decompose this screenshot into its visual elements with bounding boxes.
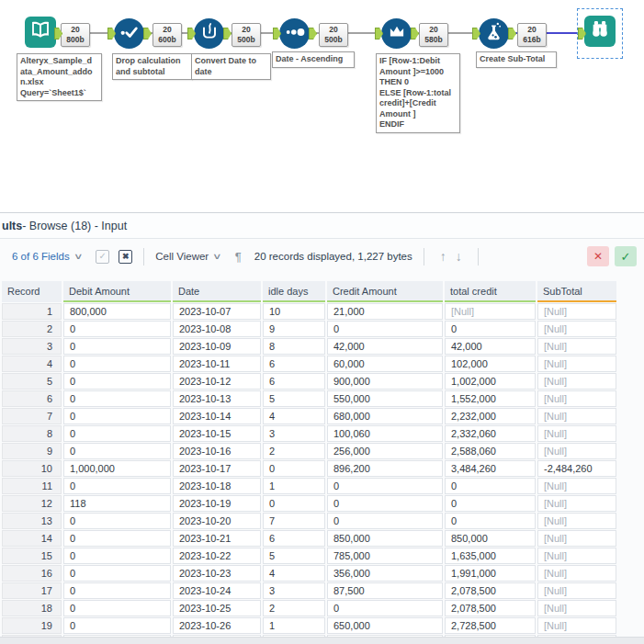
data-cell[interactable]: 2,728,500 [445, 617, 536, 634]
data-cell[interactable]: [Null] [537, 478, 616, 494]
record-number-cell[interactable]: 14 [2, 530, 62, 547]
data-cell[interactable]: 0 [63, 548, 171, 564]
data-cell[interactable]: 0 [63, 443, 171, 459]
data-cell[interactable]: 2023-10-16 [173, 443, 261, 459]
data-cell[interactable]: [Null] [537, 338, 616, 355]
output-anchor[interactable] [143, 28, 152, 40]
data-cell[interactable]: 2,232,000 [445, 408, 536, 424]
data-cell[interactable]: [Null] [537, 548, 616, 564]
column-header[interactable]: total credit [445, 281, 536, 302]
cell-viewer-dropdown[interactable]: Cell Viewer ∨ [155, 251, 220, 262]
record-number-cell[interactable]: 15 [2, 548, 62, 564]
data-cell[interactable]: 2023-10-24 [173, 582, 261, 599]
tool-select[interactable] [114, 18, 144, 49]
data-cell[interactable]: 0 [445, 495, 536, 512]
tool-annotation-label[interactable]: Create Sub-Total [476, 51, 557, 68]
record-number-cell[interactable]: 18 [2, 600, 62, 616]
data-cell[interactable]: 3 [263, 425, 325, 442]
record-number-cell[interactable]: 17 [2, 582, 62, 599]
tool-formula[interactable] [479, 18, 509, 49]
data-cell[interactable]: 2023-10-21 [173, 530, 261, 547]
data-cell[interactable]: 2023-10-09 [173, 338, 261, 355]
data-cell[interactable]: 2 [263, 600, 325, 616]
apply-button[interactable]: ✓ [615, 246, 637, 266]
data-cell[interactable]: 2 [263, 443, 325, 459]
data-cell[interactable]: [Null] [537, 600, 616, 616]
data-cell[interactable]: 2023-10-13 [173, 390, 261, 407]
record-count-annotation[interactable]: 20 500b [319, 23, 348, 47]
data-cell[interactable]: 850,000 [327, 530, 443, 547]
data-cell[interactable]: 2,078,500 [445, 582, 536, 599]
output-anchor[interactable] [309, 28, 317, 40]
tool-annotation-label[interactable]: Drop calculation and subtotal [112, 53, 192, 80]
data-cell[interactable]: 0 [327, 321, 443, 337]
data-cell[interactable]: 2,588,060 [445, 443, 536, 459]
data-cell[interactable]: [Null] [537, 617, 616, 634]
data-cell[interactable]: 8 [263, 338, 325, 355]
tool-input-data[interactable] [25, 17, 56, 48]
tool-multi-row-formula[interactable] [381, 18, 412, 49]
data-cell[interactable]: 896,200 [327, 460, 443, 477]
data-cell[interactable]: 0 [327, 478, 443, 494]
data-cell[interactable]: [Null] [537, 530, 616, 547]
data-cell[interactable]: 5 [263, 390, 325, 407]
deselect-all-button[interactable]: ✖ [119, 250, 132, 264]
data-cell[interactable]: 1,991,000 [445, 565, 536, 582]
data-cell[interactable]: -2,484,260 [537, 460, 616, 477]
fields-dropdown[interactable]: 6 of 6 Fields ∨ [12, 251, 81, 262]
data-cell[interactable]: 2023-10-22 [173, 548, 261, 564]
data-cell[interactable]: 550,000 [327, 390, 443, 407]
move-down-icon[interactable]: ↓ [456, 249, 462, 264]
record-count-annotation[interactable]: 20 580b [419, 23, 448, 47]
data-cell[interactable]: 87,500 [327, 582, 443, 599]
data-cell[interactable]: 2023-10-11 [173, 356, 261, 372]
tool-annotation-label[interactable]: Alteryx_Sample_d ata_Amount_addo n.xlsx … [17, 53, 102, 101]
data-cell[interactable]: 118 [63, 495, 171, 512]
record-number-cell[interactable]: 8 [2, 425, 62, 442]
data-cell[interactable]: 6 [263, 356, 325, 372]
data-cell[interactable]: 0 [63, 338, 171, 355]
record-count-annotation[interactable]: 20 500b [232, 23, 261, 47]
data-cell[interactable]: [Null] [537, 443, 616, 459]
data-cell[interactable]: 1,635,000 [445, 548, 536, 564]
data-cell[interactable]: [Null] [537, 565, 616, 582]
data-cell[interactable]: 2023-10-20 [173, 513, 261, 529]
data-cell[interactable]: 256,000 [327, 443, 443, 459]
whitespace-toggle-icon[interactable]: ¶ [235, 250, 242, 264]
column-header[interactable]: SubTotal [537, 281, 616, 302]
data-cell[interactable]: 0 [63, 582, 171, 599]
record-count-annotation[interactable]: 20 600b [153, 23, 182, 47]
data-cell[interactable]: 0 [327, 513, 443, 529]
column-header[interactable]: idle days [263, 281, 325, 302]
data-cell[interactable]: [Null] [537, 425, 616, 442]
data-cell[interactable]: 7 [263, 513, 325, 529]
data-cell[interactable]: 2023-10-08 [173, 321, 261, 337]
record-number-cell[interactable]: 10 [2, 460, 62, 477]
data-cell[interactable]: 2023-10-12 [173, 373, 261, 390]
column-header[interactable]: Record [2, 281, 62, 302]
data-cell[interactable]: 6 [263, 373, 325, 390]
record-number-cell[interactable]: 1 [2, 303, 62, 320]
data-cell[interactable]: 785,000 [327, 548, 443, 564]
data-cell[interactable]: 42,000 [327, 338, 443, 355]
data-cell[interactable]: 0 [63, 565, 171, 582]
tool-sort[interactable] [279, 18, 310, 49]
output-anchor[interactable] [223, 28, 232, 40]
data-cell[interactable]: 2023-10-25 [173, 600, 261, 616]
data-cell[interactable]: 42,000 [445, 338, 536, 355]
record-number-cell[interactable]: 4 [2, 356, 62, 372]
data-cell[interactable]: 2023-10-19 [173, 495, 261, 512]
data-cell[interactable]: 0 [327, 600, 443, 616]
output-anchor[interactable] [508, 28, 516, 40]
record-number-cell[interactable]: 2 [2, 321, 62, 337]
data-cell[interactable]: 0 [63, 478, 171, 494]
data-cell[interactable]: 0 [63, 600, 171, 616]
data-cell[interactable]: 0 [63, 617, 171, 634]
data-cell[interactable]: 0 [63, 390, 171, 407]
tool-browse[interactable] [584, 16, 616, 47]
data-cell[interactable]: 2023-10-07 [173, 303, 261, 320]
tool-annotation-label[interactable]: Convert Date to date [191, 53, 271, 80]
data-cell[interactable]: 2023-10-15 [173, 425, 261, 442]
data-cell[interactable]: 2,332,060 [445, 425, 536, 442]
data-cell[interactable]: 1,552,000 [445, 390, 536, 407]
